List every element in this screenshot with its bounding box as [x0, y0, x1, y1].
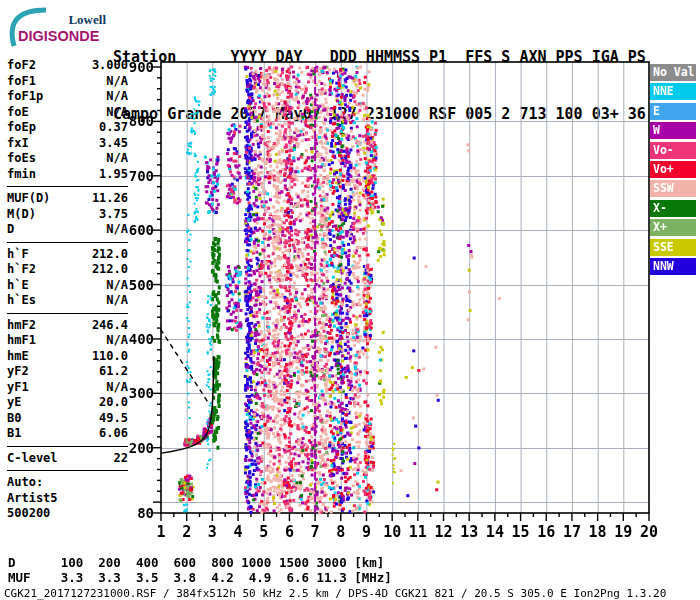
legend-item: SSE	[650, 239, 696, 256]
legend-item: X-	[650, 200, 696, 217]
legend-item: NNW	[650, 258, 696, 275]
legend-item-label: Vo-	[653, 143, 674, 157]
legend-item-label: NNE	[653, 84, 674, 98]
legend-item-label: SSW	[653, 181, 674, 195]
legend-item-label: SSE	[653, 240, 674, 254]
y-axis-label: 300	[112, 385, 154, 401]
legend-item-label: No Val	[653, 65, 695, 79]
status-line: CGK21_2017127231000.RSF / 384fx512h 50 k…	[4, 587, 666, 600]
y-axis-label: 400	[112, 331, 154, 347]
y-axis-label: 700	[112, 168, 154, 184]
legend-item-label: X+	[653, 220, 667, 234]
legend-item-label: NNW	[653, 259, 674, 273]
muf-row: MUF 3.3 3.3 3.5 3.8 4.2 4.9 6.6 11.3 [MH…	[8, 570, 392, 585]
y-axis-label: 500	[112, 277, 154, 293]
legend-item: NNE	[650, 83, 696, 100]
echo-direction-legend: No Val NNE E W Vo- Vo+ SSW X- X+ SSE NNW	[650, 64, 696, 277]
legend-item-label: Vo+	[653, 162, 674, 176]
x-axis-label: 20	[634, 524, 664, 540]
ionogram-plot-canvas	[0, 0, 700, 600]
legend-item: W	[650, 122, 696, 139]
ionogram-viewer: { "logo": { "top": "Lowell", "bottom": "…	[0, 0, 700, 600]
legend-item: Vo-	[650, 142, 696, 159]
y-axis-label: 900	[112, 59, 154, 75]
legend-item: E	[650, 103, 696, 120]
legend-item: Vo+	[650, 161, 696, 178]
legend-item: No Val	[650, 64, 696, 81]
legend-item-label: E	[653, 104, 660, 118]
y-axis-label: 800	[112, 113, 154, 129]
y-axis-label: 200	[112, 440, 154, 456]
legend-item: X+	[650, 219, 696, 236]
legend-item-label: W	[653, 123, 660, 137]
legend-item: SSW	[650, 180, 696, 197]
y-axis-label: 600	[112, 222, 154, 238]
distance-row: D 100 200 400 600 800 1000 1500 3000 [km…	[8, 555, 384, 570]
y-axis-label: 80	[112, 505, 154, 521]
legend-item-label: X-	[653, 201, 667, 215]
